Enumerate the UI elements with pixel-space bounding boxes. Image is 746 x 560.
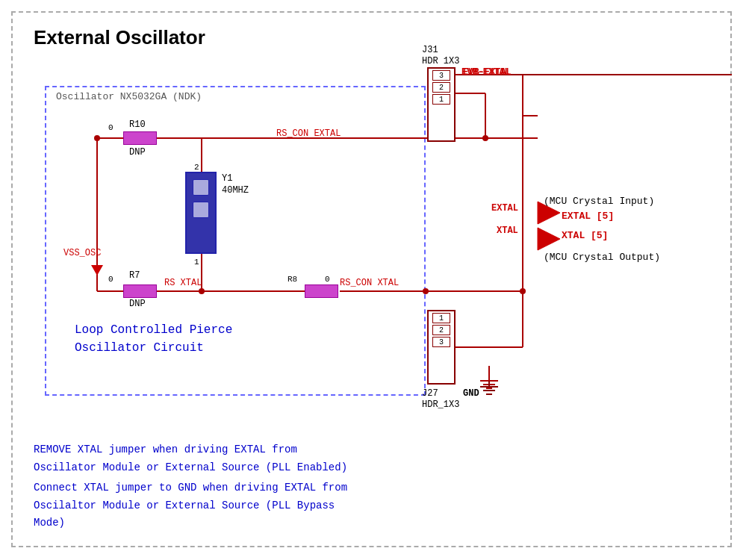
R7-dnp: DNP [129, 299, 146, 309]
R8-label: R8 [287, 275, 297, 284]
crystal-pin1: 1 [194, 258, 199, 267]
R10-label: R10 [129, 119, 146, 130]
osc-circuit-label: Loop Controlled Pierce Oscillator Circui… [75, 321, 232, 357]
rs-con-extal-label: RS_CON EXTAL [276, 128, 341, 139]
mcu-crystal-input-label: (MCU Crystal Input) [544, 196, 654, 207]
resistor-R7 [123, 284, 157, 298]
ground-symbol-J27 [474, 381, 504, 403]
J31-type-label: HDR 1X3 [422, 56, 459, 66]
vss-osc-arrow [91, 265, 103, 276]
R7-value-label: 0 [108, 275, 114, 284]
xtal-ref-label: XTAL [5] [562, 230, 608, 241]
crystal-pin2: 2 [194, 163, 199, 172]
J27-name-label: J27 [422, 388, 438, 399]
osc-box-label: Oscillator NX5032GA (NDK) [56, 91, 202, 102]
Y1-freq: 40MHZ [222, 185, 249, 196]
evb-extal-text: EVB-EXTAL [463, 67, 512, 78]
notes-section: REMOVE XTAL jumper when driving EXTAL RE… [34, 443, 683, 534]
mcu-crystal-output-label: (MCU Crystal Output) [544, 252, 660, 263]
note-line-4: Oscilaltor Module or External Source (PL… [34, 499, 683, 514]
note-line-5: Mode) [34, 516, 683, 531]
R8-value-label: 0 [325, 275, 330, 284]
rs-con-xtal-label: RS_CON XTAL [340, 278, 399, 288]
vss-osc-label: VSS_OSC [63, 248, 101, 258]
note-line-2: Oscillator Module or External Source (PL… [34, 461, 683, 476]
page-title: External Oscillator [34, 26, 205, 49]
J31-connector: 3 2 1 [427, 67, 456, 142]
J27-connector: 1 2 3 [427, 310, 456, 385]
resistor-R8 [305, 284, 338, 298]
xtal-arrow-label: XTAL [497, 225, 518, 236]
extal-ref-label: EXTAL [5] [562, 211, 614, 222]
R10-dnp: DNP [129, 147, 146, 158]
Y1-label: Y1 [222, 173, 232, 184]
R10-value-label: 0 [108, 123, 114, 132]
rs-xtal-label: RS XTAL [164, 278, 202, 288]
extal-arrow-label: EXTAL [491, 203, 518, 214]
R7-label: R7 [129, 270, 140, 281]
resistor-R10 [123, 131, 157, 145]
note-line-3: Connect XTAL jumper to GND when driving … [34, 481, 683, 496]
note-line-1: REMOVE XTAL jumper when driving EXTAL RE… [34, 443, 683, 458]
J31-name-label: J31 [422, 45, 438, 55]
crystal-Y1 [185, 172, 217, 254]
J27-type-label: HDR_1X3 [422, 399, 459, 410]
